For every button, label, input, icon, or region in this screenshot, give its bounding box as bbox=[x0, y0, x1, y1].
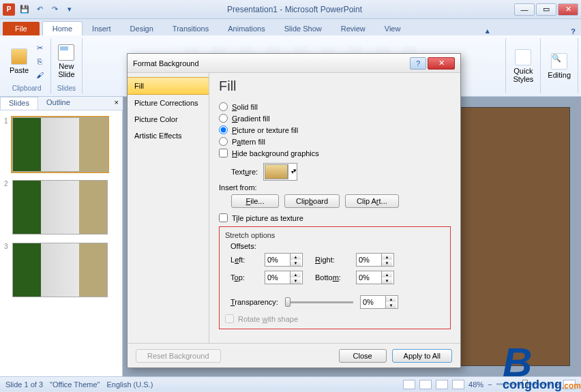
tab-slideshow[interactable]: Slide Show bbox=[275, 22, 331, 35]
help-icon[interactable]: ? bbox=[571, 27, 576, 35]
texture-picker[interactable] bbox=[265, 164, 288, 179]
panel-close-icon[interactable]: × bbox=[110, 97, 123, 110]
window-title: Presentation1 - Microsoft PowerPoint bbox=[75, 5, 514, 14]
tab-home[interactable]: Home bbox=[42, 21, 83, 35]
tab-insert[interactable]: Insert bbox=[83, 22, 121, 35]
thumb-number: 3 bbox=[4, 243, 8, 297]
thumb-number: 2 bbox=[4, 180, 8, 235]
zoom-out-button[interactable]: − bbox=[488, 380, 492, 389]
radio-pattern-fill[interactable] bbox=[219, 137, 228, 146]
stretch-options-box: Stretch options Offsets: Left: ▲▼ Right:… bbox=[219, 226, 451, 329]
cut-icon[interactable]: ✂ bbox=[34, 42, 45, 53]
radio-gradient-fill[interactable] bbox=[219, 114, 228, 123]
close-button[interactable]: ✕ bbox=[558, 3, 578, 16]
file-tab[interactable]: File bbox=[3, 22, 40, 35]
qat-dropdown-icon[interactable]: ▾ bbox=[64, 4, 75, 15]
reading-view-button[interactable] bbox=[436, 380, 448, 389]
slide-thumbnail-1[interactable] bbox=[12, 117, 108, 172]
check-rotate bbox=[225, 314, 234, 323]
quick-styles-icon bbox=[515, 49, 531, 65]
slides-panel: 1 2 3 bbox=[0, 97, 123, 376]
offset-top-spinner[interactable]: ▲▼ bbox=[265, 271, 303, 284]
maximize-button[interactable]: ▭ bbox=[536, 3, 556, 16]
zoom-value: 48% bbox=[468, 380, 483, 389]
group-drawing: Quick Styles bbox=[506, 38, 541, 93]
insert-clipart-button[interactable]: Clip Art... bbox=[345, 194, 399, 208]
editing-button[interactable]: 🔍 Editing bbox=[546, 52, 572, 80]
minimize-button[interactable]: — bbox=[514, 3, 535, 16]
check-tile[interactable] bbox=[219, 213, 228, 222]
fit-button[interactable] bbox=[563, 380, 576, 389]
format-painter-icon[interactable]: 🖌 bbox=[34, 70, 45, 80]
panel-tab-slides[interactable]: Slides bbox=[0, 97, 38, 110]
group-slides-label: Slides bbox=[57, 85, 76, 92]
dialog-content: Fill Solid fill Gradient fill Picture or… bbox=[209, 73, 460, 343]
radio-picture-fill[interactable] bbox=[219, 125, 228, 134]
transparency-input[interactable] bbox=[361, 296, 385, 308]
apply-to-all-button[interactable]: Apply to All bbox=[392, 349, 452, 363]
dialog-close-action-button[interactable]: Close bbox=[339, 349, 387, 363]
transparency-slider[interactable] bbox=[285, 301, 353, 303]
dialog-help-button[interactable]: ? bbox=[410, 57, 426, 70]
redo-icon[interactable]: ↷ bbox=[49, 4, 60, 15]
undo-icon[interactable]: ↶ bbox=[34, 4, 45, 15]
offset-bottom-input[interactable] bbox=[357, 271, 381, 284]
nav-artistic-effects[interactable]: Artistic Effects bbox=[128, 127, 209, 144]
thumb-number: 1 bbox=[4, 117, 8, 172]
transparency-spinner[interactable]: ▲▼ bbox=[360, 295, 398, 309]
offset-top-label: Top: bbox=[230, 273, 258, 282]
offset-right-spinner[interactable]: ▲▼ bbox=[356, 253, 394, 267]
new-slide-button[interactable]: New Slide bbox=[57, 43, 76, 80]
offset-top-input[interactable] bbox=[265, 271, 290, 284]
offset-left-spinner[interactable]: ▲▼ bbox=[265, 253, 303, 267]
slide-thumbnail-2[interactable] bbox=[12, 180, 108, 235]
ribbon-minimize-icon[interactable]: ▴ bbox=[486, 27, 490, 35]
quick-access-toolbar: 💾 ↶ ↷ ▾ bbox=[19, 4, 75, 15]
dialog-close-button[interactable]: ✕ bbox=[428, 57, 455, 70]
insert-file-button[interactable]: File... bbox=[231, 194, 279, 208]
label-pattern-fill: Pattern fill bbox=[232, 138, 265, 146]
check-hide-bg[interactable] bbox=[219, 149, 228, 157]
sorter-view-button[interactable] bbox=[419, 380, 432, 389]
dialog-heading: Fill bbox=[219, 78, 451, 94]
new-slide-label: New Slide bbox=[58, 62, 74, 78]
copy-icon[interactable]: ⎘ bbox=[34, 56, 45, 67]
insert-clipboard-button[interactable]: Clipboard bbox=[284, 194, 340, 208]
radio-solid-fill[interactable] bbox=[219, 102, 228, 111]
panel-tab-outline[interactable]: Outline bbox=[38, 97, 78, 110]
offset-left-input[interactable] bbox=[265, 254, 290, 266]
paste-label: Paste bbox=[10, 66, 29, 74]
slide-thumbnail-3[interactable] bbox=[12, 243, 108, 297]
nav-picture-corrections[interactable]: Picture Corrections bbox=[128, 95, 209, 111]
tab-transitions[interactable]: Transitions bbox=[163, 22, 218, 35]
nav-fill[interactable]: Fill bbox=[128, 77, 209, 95]
status-language[interactable]: English (U.S.) bbox=[106, 380, 153, 389]
zoom-slider[interactable] bbox=[496, 383, 551, 385]
zoom-in-button[interactable]: + bbox=[555, 380, 559, 389]
label-tile: Tile picture as texture bbox=[232, 214, 303, 222]
reset-background-button[interactable]: Reset Background bbox=[136, 349, 221, 363]
group-editing: 🔍 Editing bbox=[541, 38, 578, 93]
stretch-legend: Stretch options bbox=[225, 231, 445, 239]
normal-view-button[interactable] bbox=[403, 380, 415, 389]
offset-right-input[interactable] bbox=[357, 254, 381, 266]
dialog-title: Format Background bbox=[133, 59, 410, 67]
dialog-footer: Reset Background Close Apply to All bbox=[128, 343, 460, 367]
group-slides: New Slide Slides bbox=[51, 38, 82, 93]
nav-picture-color[interactable]: Picture Color bbox=[128, 111, 209, 127]
tab-design[interactable]: Design bbox=[121, 22, 163, 35]
tab-view[interactable]: View bbox=[375, 22, 411, 35]
new-slide-icon bbox=[58, 44, 74, 61]
ribbon-tabs: File Home Insert Design Transitions Anim… bbox=[0, 19, 581, 35]
dialog-titlebar: Format Background ? ✕ bbox=[128, 54, 460, 73]
save-icon[interactable]: 💾 bbox=[19, 4, 30, 15]
tab-animations[interactable]: Animations bbox=[218, 22, 274, 35]
quick-styles-button[interactable]: Quick Styles bbox=[511, 48, 535, 85]
label-rotate: Rotate with shape bbox=[238, 315, 298, 323]
offset-bottom-spinner[interactable]: ▲▼ bbox=[356, 271, 394, 284]
paste-button[interactable]: Paste bbox=[8, 47, 30, 76]
texture-label: Texture: bbox=[231, 168, 258, 176]
tab-review[interactable]: Review bbox=[331, 22, 375, 35]
label-gradient-fill: Gradient fill bbox=[232, 115, 270, 123]
slideshow-view-button[interactable] bbox=[452, 380, 464, 389]
